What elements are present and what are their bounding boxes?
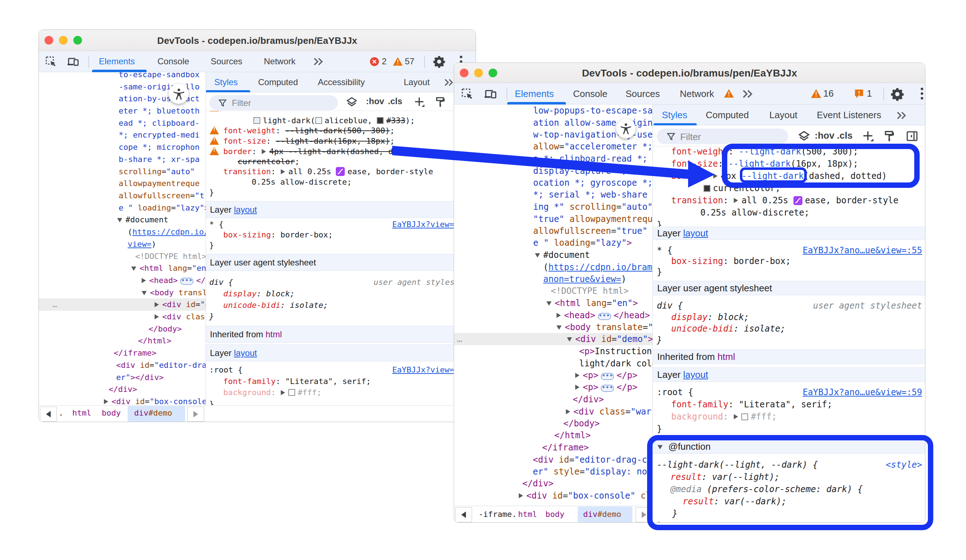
breadcrumb-next[interactable] [187, 407, 204, 422]
breadcrumb-item[interactable]: html [72, 408, 91, 418]
dom-tree-row[interactable]: cope *; microphon [39, 141, 200, 153]
toggle-cls[interactable]: .cls [837, 130, 853, 141]
expand-arrow-icon[interactable] [519, 493, 523, 498]
layers-icon[interactable] [797, 130, 811, 143]
style-declaration[interactable]: div { [209, 277, 233, 288]
dom-tree-row[interactable]: er" style="display: non [454, 465, 652, 478]
dom-tree-row[interactable]: scrolling="auto" [39, 165, 195, 178]
dom-tree-row[interactable]: <!DOCTYPE html> [454, 285, 629, 297]
settings-gear-icon[interactable] [432, 55, 446, 68]
dom-tree-row[interactable]: <div class="war [454, 406, 651, 418]
new-style-rule-icon[interactable] [862, 130, 875, 142]
sidetab-computed[interactable]: Computed [706, 110, 749, 121]
expand-arrow-icon[interactable] [104, 399, 108, 404]
dom-tree-row[interactable]: "true" allowpaymentrequ [454, 213, 652, 225]
dom-tree-row[interactable]: ead *; clipboard- [39, 117, 200, 129]
expand-arrow-icon[interactable] [567, 337, 572, 342]
kebab-menu-icon[interactable] [920, 85, 923, 100]
breadcrumb-item[interactable]: body [102, 408, 121, 418]
style-declaration[interactable]: !font-size: --light-dark(16px, 18px); [210, 136, 395, 147]
warning-count[interactable]: 57 [405, 56, 414, 66]
paint-brush-icon[interactable] [883, 130, 896, 142]
breadcrumb-prev[interactable] [40, 407, 57, 422]
warning-count[interactable]: 16 [823, 88, 834, 99]
breadcrumb-item[interactable]: html [518, 510, 537, 519]
style-declaration[interactable]: :root { [657, 386, 693, 398]
sidebar-more-tabs-icon[interactable] [896, 111, 907, 120]
dom-tree-row[interactable]: <p>•••</p> [454, 369, 637, 382]
breadcrumb-item[interactable]: . [59, 408, 63, 418]
style-declaration[interactable]: unicode-bidi: isolate; [671, 323, 785, 334]
breadcrumb-item[interactable]: body [545, 510, 564, 519]
styles-section-header[interactable]: Inherited from html [652, 349, 925, 364]
style-declaration[interactable]: 0.25s allow-discrete; [700, 207, 809, 218]
dom-tree-row[interactable]: <body translate=" [454, 321, 652, 333]
dom-tree-row[interactable]: <div id="editor-drag-cov [39, 359, 205, 372]
filter-input[interactable]: Filter [209, 95, 338, 110]
style-rule-origin-link[interactable]: EaYBJJx?ano…ue&view=:55 [803, 245, 922, 256]
dom-tree-row[interactable]: </iframe> [39, 347, 156, 359]
new-style-rule-icon[interactable] [414, 96, 426, 108]
dom-tree-row[interactable]: e " loading="lazy"> [454, 237, 632, 249]
expand-arrow-icon[interactable] [154, 302, 159, 307]
sidetab-accessibility[interactable]: Accessibility [318, 77, 365, 87]
expand-arrow-icon[interactable] [154, 314, 159, 319]
style-declaration[interactable]: * { [657, 245, 672, 256]
sidetab-styles[interactable]: Styles [214, 77, 238, 87]
style-declaration[interactable]: box-sizing: border-box; [671, 255, 790, 267]
dom-tree-row[interactable]: </div> [454, 393, 604, 406]
expand-arrow-icon[interactable] [142, 278, 146, 283]
style-rule-origin-link[interactable]: user agent stylesheet [813, 300, 922, 311]
issue-count[interactable]: 1 [867, 88, 872, 99]
dom-tree-row[interactable]: eter *; bluetooth [39, 105, 200, 117]
expand-arrow-icon[interactable] [547, 301, 552, 306]
style-declaration[interactable]: } [209, 311, 214, 322]
style-declaration[interactable]: background: #fff; [223, 387, 321, 398]
style-declaration[interactable]: light-dark(aliceblue, #333); [253, 115, 415, 126]
style-declaration[interactable]: font-family: "Literata", serif; [671, 399, 832, 410]
expand-arrow-icon[interactable] [131, 267, 136, 271]
expand-arrow-icon[interactable] [566, 409, 570, 414]
expand-arrow-icon[interactable] [117, 218, 122, 222]
dom-tree-row[interactable]: <p>•••</p> [454, 381, 637, 393]
expand-arrow-icon[interactable] [281, 390, 285, 395]
filter-input[interactable]: Filter [657, 129, 788, 144]
toggle-hov[interactable]: :hov [366, 96, 384, 106]
expand-arrow-icon[interactable] [734, 414, 738, 419]
tab-elements[interactable]: Elements [515, 88, 554, 100]
style-declaration[interactable]: } [657, 266, 662, 278]
dom-tree-row[interactable]: <html lang="en"> [454, 297, 638, 309]
expand-arrow-icon[interactable] [575, 385, 580, 390]
style-declaration[interactable]: transition: all 0.25s ease, border-style [223, 166, 433, 177]
style-declaration[interactable]: :root { [209, 365, 243, 375]
dom-tree-row[interactable]: <div id="box-console" cla [454, 490, 652, 502]
dom-tree-row[interactable]: <div id="editor-drag-cov [454, 454, 652, 466]
dom-tree-row[interactable]: view=) [39, 238, 156, 251]
paint-brush-icon[interactable] [435, 96, 447, 108]
dom-tree-row[interactable]: #document [39, 214, 168, 226]
titlebar[interactable]: DevTools - codepen.io/bramus/pen/EaYBJJx [454, 63, 925, 83]
dom-tree-row[interactable]: allowfullscreen="true" [454, 225, 647, 237]
tab-network[interactable]: Network [264, 56, 296, 66]
dom-tree-row[interactable]: er"></div> [39, 372, 164, 384]
dom-tree-row[interactable]: <div id="demo"> [454, 333, 652, 345]
expand-arrow-icon[interactable] [557, 326, 562, 330]
style-declaration[interactable]: !border: 4px --light-dark(dashed, dotted… [210, 146, 422, 157]
dom-tree-row[interactable]: <head>•••</head> [39, 274, 205, 287]
style-declaration[interactable]: box-sizing: border-box; [223, 229, 333, 240]
styles-section-header[interactable]: Layer user agent stylesheet [652, 281, 925, 295]
styles-section-header[interactable]: Layer layout [652, 367, 925, 382]
adorner-ellipsis[interactable]: … [53, 298, 57, 311]
style-declaration[interactable]: background: #fff; [671, 411, 777, 422]
sidetab-layout[interactable]: Layout [404, 77, 430, 87]
dom-tree-row[interactable]: display-capture *; encr [454, 165, 652, 177]
sidetab-event-listeners[interactable]: Event Listeners [817, 110, 881, 121]
dom-tree-row[interactable]: <body translate="no" [39, 287, 205, 299]
expand-arrow-icon[interactable] [575, 373, 580, 378]
sidebar-more-tabs-icon[interactable] [444, 78, 454, 87]
tab-console[interactable]: Console [573, 88, 607, 100]
styles-section-header[interactable]: Layer user agent stylesheet [205, 254, 476, 271]
tab-network[interactable]: Network [680, 88, 714, 100]
tab-sources[interactable]: Sources [626, 88, 660, 100]
styles-section-header[interactable]: Inherited from html [205, 326, 476, 343]
